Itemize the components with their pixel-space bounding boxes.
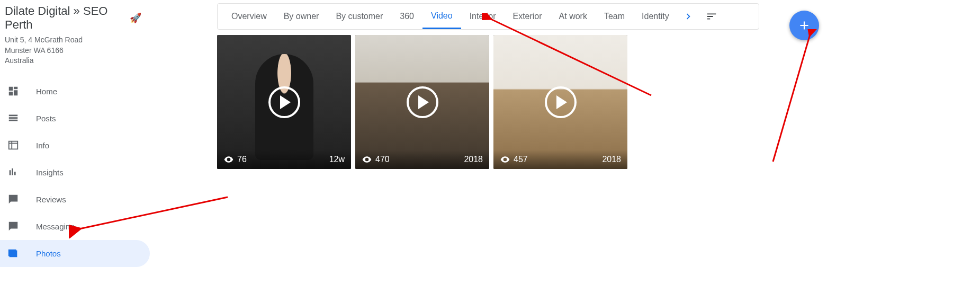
chevron-right-icon [682,11,694,22]
video-grid: 76 12w 470 2018 457 [217,35,842,169]
sort-button[interactable] [701,6,722,27]
tab-overview[interactable]: Overview [223,4,275,29]
tab-by-customer[interactable]: By customer [327,4,391,29]
views-count: 76 [237,155,247,164]
sidebar-item-label: Reviews [36,195,66,204]
video-date: 12w [329,155,345,164]
eye-icon [362,154,372,165]
sidebar-item-reviews[interactable]: Reviews [0,186,150,213]
business-title: Dilate Digital » SEO Perth 🚀 [5,4,141,32]
video-meta: 76 12w [217,150,351,169]
tab-identity[interactable]: Identity [633,4,678,29]
sidebar-item-home[interactable]: Home [0,78,150,105]
video-date: 2018 [602,155,621,164]
video-card[interactable]: 76 12w [217,35,351,169]
sidebar-item-label: Posts [36,114,56,123]
video-views: 76 [223,154,247,165]
tab-scroll-right-button[interactable] [678,6,699,27]
tab-at-work[interactable]: At work [551,4,596,29]
video-views: 457 [500,154,528,165]
sidebar-item-insights[interactable]: Insights [0,159,150,186]
business-name: Dilate Digital » SEO Perth [5,4,127,32]
sidebar-item-photos[interactable]: Photos [0,240,150,267]
sidebar-item-label: Home [36,87,57,96]
tab-team[interactable]: Team [596,4,633,29]
insights-icon [7,166,30,178]
tab-interior[interactable]: Interior [461,4,505,29]
tab-by-owner[interactable]: By owner [275,4,328,29]
address-country: Australia [5,56,141,66]
tab-exterior[interactable]: Exterior [504,4,550,29]
business-header: Dilate Digital » SEO Perth 🚀 Unit 5, 4 M… [0,0,150,73]
eye-icon [223,154,234,165]
photo-tab-bar: Overview By owner By customer 360 Video … [217,3,759,30]
eye-icon [500,154,510,165]
views-count: 470 [375,155,390,164]
business-address: Unit 5, 4 McGrath Road Munster WA 6166 A… [5,35,141,66]
video-meta: 470 2018 [355,150,489,169]
sidebar-item-label: Messaging [36,222,75,231]
play-icon [268,86,300,118]
sidebar-nav: Home Posts Info Insights Reviews [0,78,150,267]
play-icon [545,86,577,118]
home-icon [7,85,30,97]
sidebar-item-posts[interactable]: Posts [0,105,150,132]
sidebar-item-label: Info [36,141,49,150]
sidebar-item-label: Photos [36,249,61,258]
video-meta: 457 2018 [493,150,627,169]
reviews-icon [7,193,30,205]
plus-icon [797,19,811,32]
address-line-2: Munster WA 6166 [5,46,141,56]
tab-360[interactable]: 360 [391,4,422,29]
add-photo-fab[interactable] [789,11,819,40]
messaging-icon [7,220,30,232]
posts-icon [7,112,30,124]
address-line-1: Unit 5, 4 McGrath Road [5,35,141,46]
sidebar-item-messaging[interactable]: Messaging [0,213,150,240]
photos-icon [7,247,30,259]
play-icon [407,86,438,118]
views-count: 457 [514,155,528,164]
sidebar-item-info[interactable]: Info [0,132,150,159]
info-icon [7,139,30,151]
sidebar-item-label: Insights [36,168,64,177]
video-date: 2018 [464,155,483,164]
sidebar: Dilate Digital » SEO Perth 🚀 Unit 5, 4 M… [0,0,150,267]
rocket-icon: 🚀 [130,12,141,24]
video-card[interactable]: 470 2018 [355,35,489,169]
sort-icon [706,11,717,22]
tab-video[interactable]: Video [422,4,461,29]
video-views: 470 [362,154,390,165]
video-card[interactable]: 457 2018 [493,35,627,169]
main-content: Overview By owner By customer 360 Video … [217,3,842,169]
